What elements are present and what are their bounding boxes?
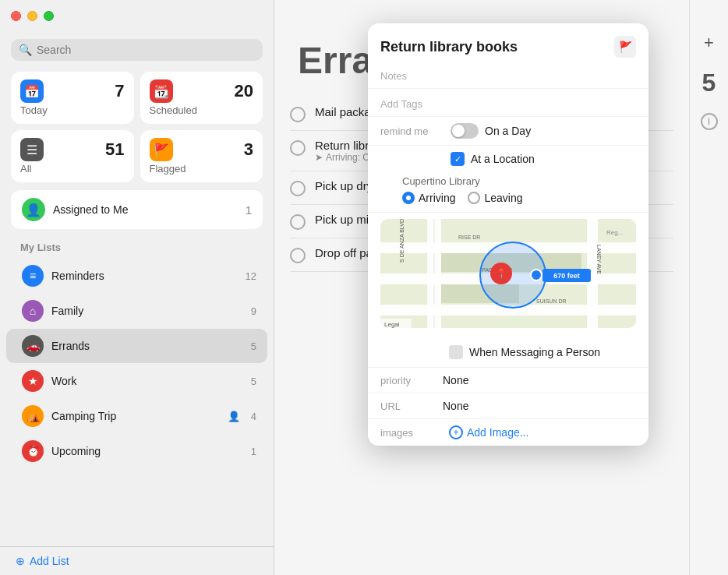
errands-label: Errands [51, 340, 243, 352]
tags-label: Add Tags [380, 93, 636, 111]
flagged-icon: 🚩 [150, 138, 173, 161]
today-icon: 📅 [20, 79, 44, 103]
svg-text:670 feet: 670 feet [553, 272, 580, 280]
family-count: 9 [251, 305, 256, 317]
url-row: URL None [368, 393, 648, 419]
camping-label: Camping Trip [51, 410, 220, 422]
all-count: 51 [105, 139, 124, 160]
task-count-display: 5 [702, 69, 716, 97]
scheduled-icon: 📆 [150, 79, 173, 103]
task-checkbox-1[interactable] [290, 107, 306, 122]
work-icon: ★ [22, 370, 44, 392]
svg-text:S DE ANZA BLVD: S DE ANZA BLVD [399, 219, 405, 263]
smart-list-flagged[interactable]: 🚩 3 Flagged [140, 130, 263, 182]
reminders-icon: ≡ [22, 265, 44, 287]
smart-lists: 📅 7 Today 📆 20 Scheduled ☰ 51 All 🚩 3 [0, 72, 274, 190]
shared-icon: 👤 [228, 411, 240, 422]
work-count: 5 [251, 376, 256, 387]
assigned-icon: 👤 [22, 198, 45, 221]
svg-text:📍: 📍 [496, 267, 507, 279]
task-checkbox-4[interactable] [290, 214, 306, 230]
sidebar-item-errands[interactable]: 🚗 Errands 5 [6, 329, 267, 363]
sidebar-item-work[interactable]: ★ Work 5 [6, 364, 267, 398]
add-image-circle-icon: + [449, 425, 463, 439]
remind-me-row: remind me On a Day [368, 117, 648, 146]
task-checkbox-3[interactable] [290, 181, 306, 196]
url-label: URL [380, 400, 443, 412]
scheduled-count: 20 [235, 81, 253, 101]
reminders-count: 12 [246, 270, 256, 282]
upcoming-count: 1 [251, 446, 256, 457]
task-checkbox-2[interactable] [290, 140, 306, 156]
images-row: images + Add Image... [368, 419, 648, 446]
assigned-count: 1 [246, 203, 252, 217]
arriving-radio[interactable] [402, 192, 415, 204]
smart-list-all[interactable]: ☰ 51 All [11, 130, 134, 182]
task-checkbox-5[interactable] [290, 248, 306, 263]
svg-text:RISE DR: RISE DR [458, 235, 480, 240]
tags-section: Add Tags [368, 89, 648, 117]
errands-icon: 🚗 [22, 335, 44, 357]
today-label: Today [20, 104, 125, 116]
add-task-button[interactable]: + [704, 33, 714, 53]
when-messaging-checkbox[interactable] [449, 345, 463, 359]
search-input[interactable] [37, 44, 255, 56]
assigned-left: 👤 Assigned to Me [22, 198, 129, 221]
smart-list-today[interactable]: 📅 7 Today [11, 72, 134, 124]
sidebar-item-upcoming[interactable]: ⏰ Upcoming 1 [6, 434, 267, 468]
popup-header: Return library books 🚩 [368, 23, 648, 61]
arriving-label: Arriving [419, 192, 455, 204]
flagged-label: Flagged [150, 163, 254, 175]
maximize-button[interactable] [44, 11, 54, 21]
on-a-day-label: On a Day [485, 125, 531, 137]
family-icon: ⌂ [22, 300, 44, 322]
arriving-option[interactable]: Arriving [402, 192, 455, 204]
info-button[interactable]: i [701, 113, 718, 130]
location-section: Cupertino Library Arriving Leaving [368, 169, 648, 213]
work-label: Work [51, 375, 243, 387]
add-list-label: Add List [30, 555, 69, 567]
url-value: None [443, 400, 468, 412]
upcoming-icon: ⏰ [22, 440, 44, 462]
task-detail-popup: Return library books 🚩 Notes Add Tags re… [368, 23, 648, 446]
flagged-count: 3 [244, 139, 253, 160]
today-count: 7 [115, 81, 124, 101]
leaving-radio[interactable] [468, 192, 480, 204]
at-location-row: ✓ At a Location [368, 146, 648, 169]
when-messaging-label: When Messaging a Person [469, 346, 600, 358]
leaving-label: Leaving [484, 192, 522, 204]
right-panel: + 5 i [689, 0, 728, 575]
location-arrow-icon: ➤ [315, 152, 323, 163]
on-a-day-toggle[interactable] [451, 123, 479, 139]
remind-me-content: On a Day [451, 123, 636, 139]
sidebar-item-reminders[interactable]: ≡ Reminders 12 [6, 259, 267, 293]
assigned-to-me-card[interactable]: 👤 Assigned to Me 1 [11, 190, 263, 229]
images-label: images [380, 427, 443, 439]
all-label: All [20, 163, 125, 175]
smart-list-scheduled[interactable]: 📆 20 Scheduled [140, 72, 263, 124]
flag-button[interactable]: 🚩 [614, 36, 636, 58]
errands-count: 5 [251, 340, 256, 352]
svg-text:Legal: Legal [384, 321, 400, 328]
notes-label: Notes [380, 65, 636, 83]
close-button[interactable] [11, 11, 21, 21]
map-container: S DE ANZA BLVD RISE DR PACIFIC DR SUISUN… [380, 219, 636, 328]
camping-icon: ⛺ [22, 405, 44, 427]
sidebar-item-camping-trip[interactable]: ⛺ Camping Trip 👤 4 [6, 399, 267, 433]
search-bar[interactable]: 🔍 [11, 39, 263, 61]
priority-value: None [443, 374, 468, 386]
leaving-option[interactable]: Leaving [468, 192, 522, 204]
add-image-button[interactable]: + Add Image... [449, 425, 528, 439]
scheduled-label: Scheduled [150, 104, 254, 116]
priority-label: priority [380, 375, 443, 386]
reminders-label: Reminders [51, 270, 238, 282]
add-list-button[interactable]: ⊕ Add List [0, 546, 274, 575]
svg-point-15 [531, 270, 542, 280]
at-location-checkbox[interactable]: ✓ [451, 152, 465, 166]
minimize-button[interactable] [27, 11, 37, 21]
sidebar-item-family[interactable]: ⌂ Family 9 [6, 294, 267, 328]
camping-count: 4 [251, 411, 256, 422]
my-lists-header: My Lists [0, 238, 274, 258]
priority-row: priority None [368, 368, 648, 393]
notes-section: Notes [368, 61, 648, 89]
